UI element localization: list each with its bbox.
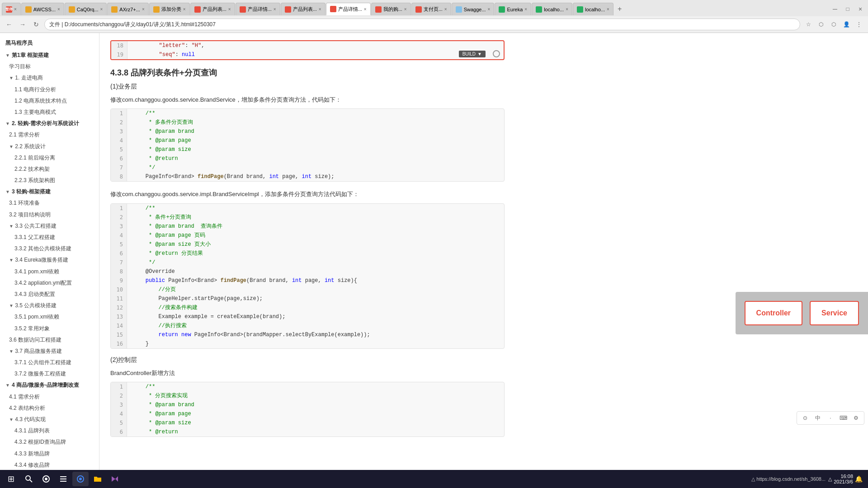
- sidebar-item-3-7-2[interactable]: 3.7.2 微服务工程搭建: [0, 368, 99, 380]
- sidebar-item-3-7-1[interactable]: 3.7.1 公共组件工程搭建: [0, 357, 99, 368]
- extension2-button[interactable]: ⬡: [828, 19, 839, 30]
- tab-addcat[interactable]: 添加分类 ×: [149, 3, 190, 15]
- sidebar-item-2-2-3[interactable]: 2.2.3 系统架构图: [0, 175, 99, 186]
- tab-close-localhost1[interactable]: ×: [566, 7, 568, 12]
- sidebar-item-3-3-2[interactable]: 3.3.2 其他公共模块搭建: [0, 243, 99, 254]
- tab-pay[interactable]: 支付页... ×: [411, 3, 451, 15]
- tab-prodlist1[interactable]: 产品列表... ×: [190, 3, 235, 15]
- tab-close-eureka[interactable]: ×: [524, 7, 527, 12]
- tab-close-awcss[interactable]: ×: [57, 7, 60, 12]
- tab-close-axrz7[interactable]: ×: [142, 7, 145, 12]
- sidebar-item-3-4-2[interactable]: 3.4.2 appliation.yml配置: [0, 277, 99, 289]
- extension1-button[interactable]: ⬡: [816, 19, 826, 30]
- tab-caq0rq[interactable]: CaQ0rq... ×: [65, 3, 107, 15]
- toolbar-circle-icon[interactable]: ⊙: [800, 413, 811, 423]
- sidebar-item-3-4[interactable]: ▼ 3.4 Eureka微服务搭建: [0, 254, 99, 266]
- tab-proddetail1[interactable]: 产品详情... ×: [236, 3, 280, 15]
- sidebar-item-3-1[interactable]: 3.1 环境准备: [0, 197, 99, 209]
- tab-close-proddetail1[interactable]: ×: [274, 7, 276, 12]
- tab-prodlist2[interactable]: 产品列表... ×: [281, 3, 326, 15]
- sidebar-item-1-1[interactable]: 1.1 电商行业分析: [0, 84, 99, 95]
- sidebar-item-3-7[interactable]: ▼ 3.7 商品微服务搭建: [0, 346, 99, 357]
- taskbar-cortana-icon[interactable]: [38, 472, 54, 486]
- tab-close-pause[interactable]: ×: [14, 7, 17, 12]
- sidebar-item-3-4-1[interactable]: 3.4.1 pom.xml依赖: [0, 266, 99, 277]
- toolbar-gear-icon[interactable]: ⚙: [850, 413, 861, 423]
- tab-mycart[interactable]: 我的购... ×: [371, 3, 411, 15]
- sidebar-item-ecom[interactable]: ▼ 1. 走进电商: [0, 72, 99, 84]
- sidebar-item-4-3-1[interactable]: 4.3.1 品牌列表: [0, 425, 99, 436]
- sidebar-item-goal[interactable]: 学习目标: [0, 61, 99, 72]
- sidebar-item-1-3[interactable]: 1.3 主要电商模式: [0, 107, 99, 118]
- tab-close-localhost2[interactable]: ×: [607, 7, 609, 12]
- profile-button[interactable]: 👤: [841, 19, 852, 30]
- tab-eureka[interactable]: Eureka ×: [495, 3, 531, 15]
- sidebar-item-4-3-3[interactable]: 4.3.3 新增品牌: [0, 448, 99, 460]
- back-button[interactable]: ←: [4, 19, 14, 30]
- taskbar-notification-icon[interactable]: 🔔: [855, 475, 863, 483]
- tab-axrz7[interactable]: AXrz7+... ×: [107, 3, 148, 15]
- cb2-num10: 10: [111, 285, 127, 294]
- minimize-button[interactable]: ─: [829, 3, 841, 15]
- sidebar-item-1-2[interactable]: 1.2 电商系统技术特点: [0, 95, 99, 107]
- tab-awcss[interactable]: AWCSS... ×: [21, 3, 64, 15]
- forward-button[interactable]: →: [17, 19, 28, 30]
- sidebar-item-4-3[interactable]: ▼ 4.3 代码实现: [0, 414, 99, 425]
- maximize-button[interactable]: □: [842, 3, 854, 15]
- url-bar[interactable]: 文件 | D:/documents/changgou/讲义/day01/讲义/第…: [44, 19, 800, 30]
- tab-close-proddetail2[interactable]: ×: [364, 7, 367, 12]
- service-button[interactable]: Service: [810, 301, 859, 325]
- sidebar-item-3-4-3[interactable]: 3.4.3 启动类配置: [0, 289, 99, 300]
- sidebar-item-3-3[interactable]: ▼ 3.3 公共工程搭建: [0, 221, 99, 232]
- sidebar-item-3-5[interactable]: ▼ 3.5 公共模块搭建: [0, 300, 99, 311]
- sidebar-item-ch2[interactable]: ▼ 2. 轻购-需求分析与系统设计: [0, 118, 99, 129]
- tab-close-addcat[interactable]: ×: [183, 7, 186, 12]
- sidebar-item-2-2-1[interactable]: 2.2.1 前后端分离: [0, 152, 99, 164]
- sidebar-item-3-5-2[interactable]: 3.5.2 常用对象: [0, 323, 99, 334]
- new-tab-button[interactable]: +: [614, 5, 625, 13]
- tab-close-prodlist2[interactable]: ×: [319, 7, 321, 12]
- bookmark-button[interactable]: ☆: [803, 19, 814, 30]
- toolbar-keyboard-icon[interactable]: ⌨: [838, 413, 849, 423]
- toolbar-dot-icon[interactable]: ·: [825, 413, 836, 423]
- tab-close-prodlist1[interactable]: ×: [228, 7, 231, 12]
- taskbar-tasklist-icon[interactable]: [55, 472, 71, 486]
- sidebar-item-3-2[interactable]: 3.2 项目结构说明: [0, 209, 99, 221]
- sidebar-item-4-1[interactable]: 4.1 需求分析: [0, 391, 99, 403]
- start-button[interactable]: ⊞: [2, 472, 20, 486]
- close-button[interactable]: ×: [854, 3, 866, 15]
- cb3-num6: 6: [111, 427, 127, 436]
- tab-swagger[interactable]: Swagge... ×: [452, 3, 495, 15]
- sidebar-item-4-3-2[interactable]: 4.3.2 根据ID查询品牌: [0, 436, 99, 448]
- sidebar-item-3-6[interactable]: 3.6 数据访问工程搭建: [0, 334, 99, 346]
- sidebar-item-ch3[interactable]: ▼ 3 轻购-框架搭建: [0, 186, 99, 197]
- sidebar-item-2-2-2[interactable]: 2.2.2 技术构架: [0, 164, 99, 175]
- taskbar-vs-icon[interactable]: [107, 472, 123, 486]
- taskbar-clock[interactable]: 16:08 2021/3/6: [834, 474, 853, 484]
- taskbar-search-icon[interactable]: [21, 472, 37, 486]
- sidebar-item-ch1[interactable]: ▼ 第1章 框架搭建: [0, 50, 99, 61]
- sidebar-item-4-3-4[interactable]: 4.3.4 修改品牌: [0, 460, 99, 470]
- taskbar-chrome-icon[interactable]: [72, 472, 89, 486]
- sidebar-item-4-2[interactable]: 4.2 表结构分析: [0, 403, 99, 414]
- menu-button[interactable]: ⋮: [854, 19, 864, 30]
- sidebar-item-2-1[interactable]: 2.1 需求分析: [0, 129, 99, 141]
- reload-button[interactable]: ↻: [31, 19, 42, 30]
- sidebar-item-ch4[interactable]: ▼ 4 商品/微服务-品牌增删改查: [0, 380, 99, 391]
- sidebar-item-2-2[interactable]: ▼ 2.2 系统设计: [0, 141, 99, 152]
- cb1-num7: 7: [111, 163, 127, 172]
- svg-rect-5: [60, 479, 66, 479]
- sidebar-item-3-3-1[interactable]: 3.3.1 父工程搭建: [0, 232, 99, 243]
- tab-proddetail2[interactable]: 产品详情... ×: [326, 3, 371, 15]
- tab-localhost2[interactable]: localho... ×: [573, 3, 613, 15]
- tab-close-caq0rq[interactable]: ×: [100, 7, 103, 12]
- tab-close-swagger[interactable]: ×: [488, 7, 491, 12]
- sidebar-item-3-5-1[interactable]: 3.5.1 pom.xml依赖: [0, 311, 99, 323]
- tab-pause[interactable]: 暂停 ×: [2, 3, 21, 15]
- taskbar-explorer-icon[interactable]: [90, 472, 106, 486]
- toolbar-zh-icon[interactable]: 中: [812, 413, 823, 423]
- controller-button[interactable]: Controller: [745, 301, 802, 325]
- tab-localhost1[interactable]: localho... ×: [532, 3, 572, 15]
- tab-close-pay[interactable]: ×: [444, 7, 447, 12]
- tab-close-mycart[interactable]: ×: [404, 7, 407, 12]
